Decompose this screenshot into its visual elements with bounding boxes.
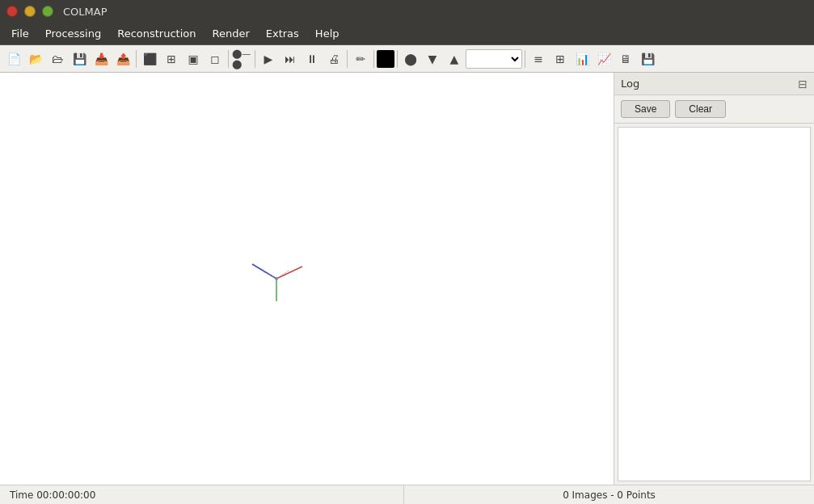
tb-view1[interactable]: ⬛ xyxy=(139,48,160,69)
menu-reconstruction[interactable]: Reconstruction xyxy=(109,25,204,42)
status-stats: 0 Images - 0 Points xyxy=(404,485,814,504)
tb-stats2[interactable]: 📈 xyxy=(593,48,614,69)
menu-processing[interactable]: Processing xyxy=(37,25,109,42)
axis-widget xyxy=(244,246,309,311)
tb-save[interactable]: 💾 xyxy=(69,48,90,69)
tb-play[interactable]: ▶ xyxy=(258,48,279,69)
tb-next[interactable]: ⏭ xyxy=(280,48,301,69)
tb-sep-6 xyxy=(397,50,398,68)
time-label: Time 00:00:00:00 xyxy=(10,489,95,501)
log-title: Log xyxy=(621,78,639,90)
tb-sep-3 xyxy=(255,50,255,68)
tb-bg[interactable] xyxy=(377,50,394,68)
tb-stats1[interactable]: 📊 xyxy=(571,48,593,69)
tb-monitor[interactable]: 🖥 xyxy=(615,48,636,69)
minimize-button[interactable] xyxy=(24,6,36,17)
tb-pause[interactable]: ⏸ xyxy=(302,48,323,69)
main-area: Log ⊟ Save Clear xyxy=(0,73,814,485)
tb-sep-1 xyxy=(136,50,137,68)
tb-open-alt[interactable]: 🗁 xyxy=(47,48,68,69)
tb-grid[interactable]: ⊞ xyxy=(161,48,182,69)
tb-open[interactable]: 📂 xyxy=(25,48,46,69)
tb-connect[interactable]: ⬤—⬤ xyxy=(231,48,252,69)
log-header: Log ⊟ xyxy=(614,73,814,95)
menubar: File Processing Reconstruction Render Ex… xyxy=(0,23,814,45)
tb-pts[interactable]: ⬤ xyxy=(400,48,421,69)
tb-render[interactable]: 🖨 xyxy=(323,48,344,69)
tb-keypoints[interactable]: ⊞ xyxy=(550,48,571,69)
svg-line-0 xyxy=(276,267,302,279)
menu-render[interactable]: Render xyxy=(204,25,257,42)
tb-export[interactable]: 📤 xyxy=(112,48,133,69)
titlebar: COLMAP xyxy=(0,0,814,23)
menu-file[interactable]: File xyxy=(3,25,37,42)
tb-import[interactable]: 📥 xyxy=(91,48,112,69)
status-time: Time 00:00:00:00 xyxy=(0,485,404,504)
tb-edit[interactable]: ✏ xyxy=(350,48,371,69)
stats-label: 0 Images - 0 Points xyxy=(563,489,656,501)
statusbar: Time 00:00:00:00 0 Images - 0 Points xyxy=(0,485,814,504)
tb-sep-5 xyxy=(373,50,374,68)
toolbar: 📄 📂 🗁 💾 📥 📤 ⬛ ⊞ ▣ ◻ ⬤—⬤ ▶ ⏭ ⏸ 🖨 ✏ ⬤ ▼ ▲ … xyxy=(0,45,814,73)
tb-sep-4 xyxy=(347,50,348,68)
tb-pts-inc[interactable]: ▲ xyxy=(444,48,465,69)
menu-help[interactable]: Help xyxy=(307,25,348,42)
log-clear-button[interactable]: Clear xyxy=(675,100,726,118)
log-controls: Save Clear xyxy=(614,95,814,124)
tb-pts-dec[interactable]: ▼ xyxy=(422,48,443,69)
tb-align-left[interactable]: ≡ xyxy=(528,48,549,69)
log-content[interactable] xyxy=(618,127,811,481)
log-panel: Log ⊟ Save Clear xyxy=(614,73,814,485)
tb-single[interactable]: ◻ xyxy=(205,48,226,69)
app-title: COLMAP xyxy=(63,6,108,18)
log-save-button[interactable]: Save xyxy=(621,100,670,118)
svg-point-5 xyxy=(275,277,278,280)
viewport[interactable] xyxy=(0,73,614,485)
tb-save2[interactable]: 💾 xyxy=(637,48,658,69)
tb-sep-2 xyxy=(228,50,229,68)
tb-quality-select[interactable] xyxy=(466,49,522,69)
close-button[interactable] xyxy=(6,6,18,17)
menu-extras[interactable]: Extras xyxy=(258,25,307,42)
tb-quad[interactable]: ▣ xyxy=(183,48,204,69)
tb-sep-7 xyxy=(525,50,525,68)
tb-new[interactable]: 📄 xyxy=(3,48,24,69)
log-float-button[interactable]: ⊟ xyxy=(798,78,808,90)
maximize-button[interactable] xyxy=(42,6,53,17)
